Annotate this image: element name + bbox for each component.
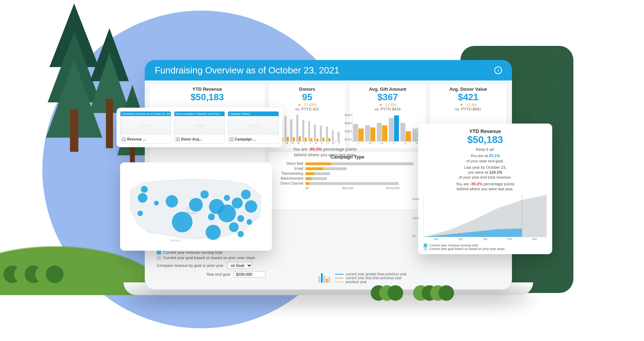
svg-point-19 bbox=[189, 198, 203, 212]
svg-point-31 bbox=[205, 225, 221, 240]
kpi-title: Avg. Donor Value bbox=[433, 86, 504, 92]
kpi-comparison: vs. PYTD $481 bbox=[433, 107, 504, 111]
ytd-revenue-detail-popup: YTD Revenue $50,183 Keep it up! You are … bbox=[418, 124, 552, 254]
kpi-title: Donors bbox=[272, 86, 343, 92]
info-icon[interactable]: i bbox=[494, 66, 502, 74]
kpi-title: Avg. Gift Amount bbox=[352, 86, 423, 92]
legend-sample-bars bbox=[318, 272, 330, 283]
legend-label: Current year goal based on based on prio… bbox=[163, 256, 255, 260]
sheet-tab[interactable]: Donor Acquisition, Retention, and Churn▢… bbox=[174, 111, 225, 144]
goal-input[interactable] bbox=[234, 271, 266, 277]
ytd-x-axis: JanAprJulOctJan bbox=[424, 237, 547, 241]
svg-point-24 bbox=[218, 204, 236, 222]
svg-point-28 bbox=[245, 200, 257, 213]
svg-rect-3 bbox=[70, 109, 78, 152]
legend-item: Current year goal based on based on prio… bbox=[157, 256, 299, 260]
kpi-value: $421 bbox=[433, 92, 504, 103]
triangle-down-icon: ▼ bbox=[379, 103, 383, 107]
svg-point-18 bbox=[172, 212, 193, 233]
goal-progress-text: You are at 25.1% of your year end goal. bbox=[424, 153, 547, 163]
triangle-down-icon: ▼ bbox=[460, 103, 464, 107]
legend-label: Current year revenue running total bbox=[163, 250, 222, 255]
compare-select[interactable]: vs Goal bbox=[227, 262, 252, 269]
kpi-value: $50,183 bbox=[424, 134, 547, 145]
svg-text:Mexico: Mexico bbox=[170, 238, 181, 242]
legend-lines: current year greater than previous year … bbox=[335, 272, 407, 284]
dashboard-header: Fundraising Overview as of October 23, 2… bbox=[145, 60, 512, 80]
encouragement-text: Keep it up! bbox=[424, 147, 547, 152]
svg-point-17 bbox=[166, 195, 178, 208]
legend-item: Current year goal based on based on prio… bbox=[424, 247, 547, 251]
kpi-value: 95 bbox=[272, 92, 343, 103]
avg-gift-card: Avg. Gift Amount $367 ▼ -11.8% vs. PYTD … bbox=[349, 84, 427, 149]
svg-point-27 bbox=[241, 190, 251, 199]
svg-point-30 bbox=[229, 222, 239, 232]
ytd-area-chart[interactable]: 200K 100K 0K bbox=[424, 195, 547, 237]
compare-label: Compare revenue by goal or prior year bbox=[157, 263, 223, 268]
sheet-tab[interactable]: Fundraising Overview as of October 23, 2… bbox=[120, 111, 171, 144]
campaign-type-chart[interactable]: Direct MailEmailTelemarketingAdvertiseme… bbox=[272, 162, 423, 185]
svg-point-26 bbox=[237, 215, 244, 222]
svg-rect-6 bbox=[106, 99, 113, 148]
goal-label: Year end goal bbox=[206, 272, 230, 276]
svg-point-15 bbox=[137, 211, 143, 216]
svg-point-21 bbox=[208, 214, 215, 221]
triangle-down-icon: ▼ bbox=[298, 103, 302, 107]
svg-point-16 bbox=[154, 201, 159, 205]
legend-item: Current year revenue running total bbox=[424, 244, 547, 247]
campaign-type-card: Campaign Type Direct MailEmailTelemarket… bbox=[268, 152, 427, 210]
svg-point-25 bbox=[232, 198, 243, 209]
svg-point-29 bbox=[246, 219, 252, 225]
svg-point-32 bbox=[238, 231, 244, 237]
kpi-title: YTD Revenue bbox=[152, 86, 262, 92]
legend-swatch bbox=[157, 256, 161, 260]
dashboard-title: Fundraising Overview as of October 23, 2… bbox=[155, 65, 339, 76]
bush-illustration bbox=[374, 289, 400, 299]
kpi-value: $50,183 bbox=[152, 92, 262, 103]
avg-gift-bar-chart[interactable]: $800$600$400$200 bbox=[352, 113, 423, 142]
sheet-tab[interactable]: Campaign Efficacy▢ ▢ ▢Campaign ... bbox=[228, 111, 279, 144]
kpi-comparison: vs. PYTD $416 bbox=[352, 107, 423, 111]
context-text: You are -99.0% percentage points behind … bbox=[286, 146, 364, 158]
legend-item: Current year revenue running total bbox=[157, 250, 299, 255]
grid-icon bbox=[229, 137, 233, 141]
legend-swatch bbox=[157, 250, 161, 255]
kpi-title: YTD Revenue bbox=[424, 128, 547, 134]
grid-icon bbox=[122, 137, 126, 141]
behind-text: You are -99.0% percentage points behind … bbox=[424, 181, 547, 192]
bush-illustration bbox=[7, 269, 60, 281]
campaign-x-axis: $0$50,000$100,000 bbox=[305, 186, 423, 190]
us-bubble-map[interactable]: United States Mexico bbox=[123, 165, 269, 248]
avg-gift-x-axis: JMMJSN bbox=[352, 142, 423, 145]
kpi-value: $367 bbox=[352, 92, 423, 103]
svg-point-20 bbox=[201, 190, 209, 198]
last-year-text: Last year by October 23, you were at 124… bbox=[424, 165, 547, 180]
svg-point-23 bbox=[224, 195, 230, 201]
svg-point-13 bbox=[141, 186, 148, 193]
sheet-tabs-popup: Fundraising Overview as of October 23, 2… bbox=[117, 108, 282, 147]
svg-point-14 bbox=[138, 193, 147, 203]
donor-map-popup[interactable]: United States Mexico bbox=[120, 162, 272, 251]
kpi-delta: ▼ -12.4% bbox=[433, 103, 504, 107]
bush-illustration bbox=[417, 289, 451, 299]
kpi-delta: ▼ -77.43% bbox=[272, 103, 343, 107]
kpi-delta: ▼ -11.8% bbox=[352, 103, 423, 107]
grid-icon bbox=[176, 137, 180, 141]
